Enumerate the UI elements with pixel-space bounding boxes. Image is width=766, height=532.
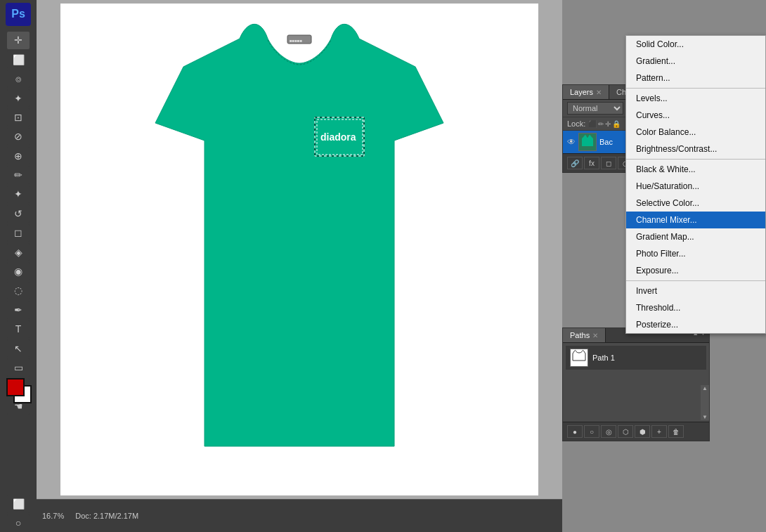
paths-tab[interactable]: Paths ✕ [563, 328, 606, 342]
blur-tool[interactable]: ◉ [7, 262, 30, 280]
add-mask-button[interactable]: ◻ [601, 157, 616, 169]
tshirt-image: diadora ■■■■■ [113, 11, 486, 481]
menu-item-exposure[interactable]: Exposure... [626, 262, 765, 279]
layer-thumbnail [578, 133, 597, 151]
history-brush-tool[interactable]: ↺ [7, 205, 30, 222]
menu-item-pattern[interactable]: Pattern... [626, 70, 765, 86]
menu-item-solid-color[interactable]: Solid Color... [626, 36, 765, 53]
lock-position-icon[interactable]: ✛ [605, 120, 611, 128]
dropdown-menu: Solid Color... Gradient... Pattern... Le… [625, 35, 766, 334]
brush-tool[interactable]: ✏ [7, 166, 30, 183]
mask-from-path-button[interactable]: ⬢ [635, 425, 650, 438]
crop-tool[interactable]: ⊡ [7, 108, 30, 126]
layers-tab[interactable]: Layers ✕ [563, 85, 609, 99]
lasso-tool[interactable]: ⌾ [7, 70, 30, 87]
canvas-area: diadora ■■■■■ [37, 0, 562, 499]
load-path-button[interactable]: ◎ [601, 425, 616, 438]
work-path-button[interactable]: ⬡ [618, 425, 633, 438]
eyedropper-tool[interactable]: ⊘ [7, 128, 30, 145]
menu-item-channel-mixer[interactable]: Channel Mixer... [626, 212, 765, 228]
magic-wand-tool[interactable]: ✦ [7, 89, 30, 107]
paths-tab-close[interactable]: ✕ [592, 332, 598, 339]
status-zoom: 16.7% [42, 512, 64, 520]
status-docsize: Doc: 2.17M/2.17M [75, 512, 138, 520]
marquee-tool[interactable]: ⬜ [7, 51, 30, 68]
delete-path-button[interactable]: 🗑 [668, 425, 684, 438]
svg-text:diadora: diadora [320, 131, 356, 143]
paths-panel-footer: ● ○ ◎ ⬡ ⬢ + 🗑 [563, 422, 709, 441]
menu-item-selective-color[interactable]: Selective Color... [626, 195, 765, 212]
move-tool[interactable]: ✛ [7, 32, 30, 49]
paths-scrollbar-up[interactable]: ▲ [701, 385, 709, 391]
pen-tool[interactable]: ✒ [7, 301, 30, 318]
menu-item-levels[interactable]: Levels... [626, 90, 765, 107]
layer-name: Bac [599, 138, 613, 146]
toolbar: Ps ✛ ⬜ ⌾ ✦ ⊡ ⊘ ⊕ ✏ ✦ ↺ ◻ ◈ ◉ ◌ ✒ T ↖ ▭ 🔍… [0, 0, 37, 532]
paths-panel: Paths ✕ ▲ ▼ Path 1 ▲ ▼ ● ○ ◎ ⬡ ⬢ + [562, 327, 710, 441]
menu-item-threshold[interactable]: Threshold... [626, 299, 765, 316]
path-name: Path 1 [592, 353, 615, 362]
ps-logo: Ps [6, 3, 31, 26]
quick-mask-button[interactable]: ○ [7, 514, 30, 532]
path-thumbnail [570, 349, 588, 367]
path-item[interactable]: Path 1 [566, 346, 706, 370]
menu-item-invert[interactable]: Invert [626, 283, 765, 299]
link-layers-button[interactable]: 🔗 [567, 157, 583, 169]
menu-item-black-white[interactable]: Black & White... [626, 161, 765, 178]
lock-image-icon[interactable]: ✏ [598, 120, 604, 128]
path-selection-tool[interactable]: ↖ [7, 339, 30, 357]
menu-item-brightness-contrast[interactable]: Brightness/Contrast... [626, 141, 765, 157]
fill-path-button[interactable]: ● [567, 425, 583, 438]
stroke-path-button[interactable]: ○ [584, 425, 599, 438]
canvas-document: diadora ■■■■■ [60, 4, 538, 495]
lock-transparent-icon[interactable]: ⬛ [588, 120, 597, 128]
paths-scrollbar-down[interactable]: ▼ [701, 414, 709, 420]
text-tool[interactable]: T [7, 320, 30, 338]
eraser-tool[interactable]: ◻ [7, 224, 30, 242]
foreground-color-swatch[interactable] [6, 378, 25, 396]
menu-item-curves[interactable]: Curves... [626, 107, 765, 124]
menu-item-gradient[interactable]: Gradient... [626, 53, 765, 70]
color-swatches[interactable] [6, 378, 39, 408]
menu-item-photo-filter[interactable]: Photo Filter... [626, 245, 765, 262]
menu-item-gradient-map[interactable]: Gradient Map... [626, 228, 765, 245]
screen-mode-button[interactable]: ⬜ [7, 495, 30, 512]
menu-divider-3 [626, 280, 765, 281]
svg-text:■■■■■: ■■■■■ [290, 39, 302, 43]
statusbar: 16.7% Doc: 2.17M/2.17M [37, 499, 562, 532]
menu-divider-2 [626, 159, 765, 160]
clone-stamp-tool[interactable]: ✦ [7, 186, 30, 203]
shape-tool[interactable]: ▭ [7, 358, 30, 376]
menu-item-color-balance[interactable]: Color Balance... [626, 124, 765, 141]
gradient-tool[interactable]: ◈ [7, 243, 30, 261]
menu-divider-1 [626, 88, 765, 89]
paths-tab-label: Paths [570, 331, 590, 339]
lock-all-icon[interactable]: 🔒 [612, 120, 621, 128]
layers-tab-close[interactable]: ✕ [596, 89, 602, 96]
new-path-button[interactable]: + [651, 425, 667, 438]
layer-visibility-icon[interactable]: 👁 [567, 137, 576, 147]
layers-tab-label: Layers [570, 88, 593, 96]
menu-item-posterize[interactable]: Posterize... [626, 316, 765, 333]
lock-icons: ⬛ ✏ ✛ 🔒 [588, 120, 621, 128]
blend-mode-select[interactable]: Normal Multiply Screen Overlay [567, 102, 623, 115]
add-style-button[interactable]: fx [584, 157, 599, 169]
dodge-tool[interactable]: ◌ [7, 282, 30, 299]
menu-item-hue-saturation[interactable]: Hue/Saturation... [626, 178, 765, 195]
healing-tool[interactable]: ⊕ [7, 147, 30, 164]
lock-label: Lock: [567, 119, 585, 128]
